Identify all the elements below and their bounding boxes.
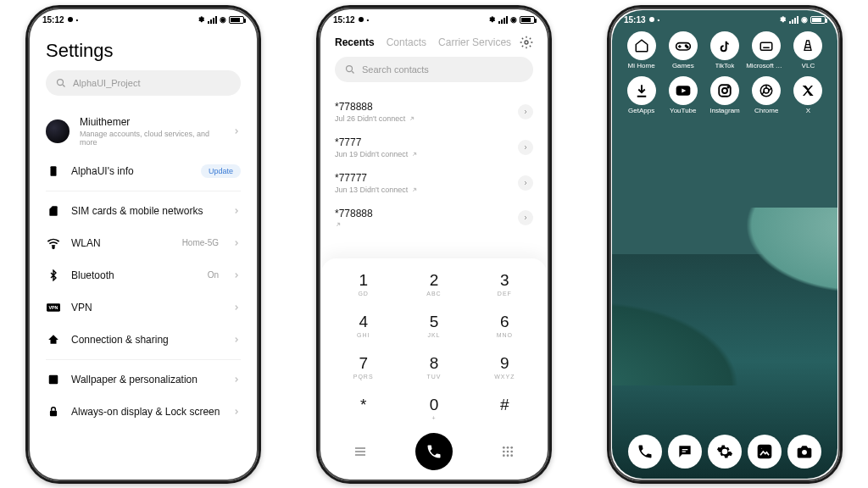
dial-key-1[interactable]: 1 GD	[328, 263, 398, 305]
app-label: Instagram	[709, 108, 740, 115]
wallpaper	[612, 208, 837, 385]
app-mi-home[interactable]: Mi Home	[620, 31, 662, 70]
info-row[interactable]: AlphaUI's info Update	[46, 155, 241, 187]
svg-point-20	[687, 46, 688, 47]
dial-key-#[interactable]: #	[470, 388, 540, 430]
outgoing-icon	[411, 151, 418, 158]
settings-icon[interactable]	[520, 36, 533, 49]
status-bar: 15:13• ✽◉	[612, 10, 837, 26]
phone-dialer: 15:12• ✽◉ Recents Contacts Carrier Servi…	[316, 5, 552, 484]
detail-button[interactable]	[518, 104, 533, 119]
app-label: Games	[672, 63, 694, 70]
settings-row[interactable]: SIM cards & mobile networks	[46, 195, 241, 227]
app-tiktok[interactable]: TikTok	[704, 31, 745, 70]
app-microsoft-swiftkey-[interactable]: Microsoft SwiftKey ...	[746, 31, 787, 70]
call-meta	[335, 221, 533, 228]
divider	[46, 191, 241, 191]
detail-button[interactable]	[518, 140, 533, 155]
share-icon	[46, 332, 61, 347]
app-chrome[interactable]: Chrome	[746, 76, 787, 115]
dial-key-*[interactable]: *	[328, 388, 398, 430]
settings-label: Connection & sharing	[71, 334, 222, 346]
tiktok-icon	[710, 31, 739, 60]
dock-camera-icon[interactable]	[787, 435, 821, 469]
svg-text:VPN: VPN	[49, 305, 58, 310]
settings-label: Bluetooth	[71, 269, 198, 281]
settings-label: VPN	[71, 302, 222, 313]
app-youtube[interactable]: YouTube	[662, 76, 704, 115]
search-input[interactable]: AlphaUI_Project	[46, 70, 241, 96]
settings-row[interactable]: WLAN Home-5G	[46, 227, 241, 259]
update-badge: Update	[201, 164, 241, 178]
wifi-status-icon: ◉	[220, 15, 226, 24]
page-title: Settings	[46, 40, 241, 62]
call-row[interactable]: *77777 Jun 13 Didn't connect	[335, 165, 533, 201]
account-sub: Manage accounts, cloud services, and mor…	[80, 130, 222, 147]
account-name: Miuithemer	[80, 116, 222, 128]
status-bar: 15:12• ✽◉	[321, 10, 547, 26]
settings-row[interactable]: Bluetooth On	[46, 259, 241, 291]
camera-notch	[68, 17, 73, 22]
dial-key-9[interactable]: 9 WXYZ	[470, 347, 540, 388]
call-row[interactable]: *778888	[335, 201, 533, 235]
svg-rect-1	[51, 166, 57, 176]
call-row[interactable]: *778888 Jul 26 Didn't connect	[335, 94, 533, 130]
call-row[interactable]: *7777 Jun 19 Didn't connect	[335, 130, 533, 165]
dial-key-6[interactable]: 6 MNO	[470, 305, 540, 347]
chevron-right-icon	[232, 271, 241, 280]
svg-point-27	[764, 88, 769, 93]
dock-messages-icon[interactable]	[668, 435, 702, 469]
svg-point-15	[503, 454, 505, 457]
account-row[interactable]: Miuithemer Manage accounts, cloud servic…	[46, 108, 241, 155]
call-button[interactable]	[415, 433, 453, 470]
svg-point-14	[510, 450, 513, 452]
vpn-icon: VPN	[46, 300, 61, 315]
divider	[46, 359, 241, 360]
settings-row[interactable]: Always-on display & Lock screen	[46, 396, 241, 428]
bluetooth-icon	[46, 268, 61, 283]
keypad-grid-icon[interactable]	[501, 445, 515, 458]
more-icon[interactable]	[353, 445, 367, 458]
tab-contacts[interactable]: Contacts	[387, 36, 426, 48]
clock: 15:12	[333, 15, 355, 25]
dial-key-0[interactable]: 0 +	[398, 388, 469, 430]
dial-key-3[interactable]: 3 DEF	[470, 263, 540, 305]
svg-point-30	[802, 449, 807, 454]
app-x[interactable]: X	[787, 76, 829, 115]
dock-settings-icon[interactable]	[708, 435, 742, 469]
svg-point-2	[53, 247, 54, 248]
avatar	[46, 119, 70, 143]
dial-key-2[interactable]: 2 ABC	[398, 263, 469, 305]
chevron-right-icon	[232, 239, 241, 247]
app-games[interactable]: Games	[662, 31, 704, 70]
chevron-right-icon	[232, 375, 241, 384]
svg-point-29	[760, 447, 763, 450]
dock-phone-icon[interactable]	[628, 435, 662, 469]
battery-icon	[229, 16, 244, 24]
outgoing-icon	[409, 115, 415, 122]
svg-point-9	[503, 446, 505, 449]
dial-key-5[interactable]: 5 JKL	[398, 305, 469, 347]
app-getapps[interactable]: GetApps	[620, 76, 662, 115]
svg-point-24	[722, 88, 727, 93]
dialpad: 1 GD 2 ABC 3 DEF 4 GHI 5 JKL 6 MNO 7 PQR…	[321, 258, 547, 479]
dial-key-7[interactable]: 7 PQRS	[328, 347, 398, 388]
settings-row[interactable]: VPN VPN	[46, 291, 241, 324]
app-label: Chrome	[754, 108, 778, 115]
dial-key-4[interactable]: 4 GHI	[328, 305, 398, 347]
settings-row[interactable]: Connection & sharing	[46, 324, 241, 356]
app-instagram[interactable]: Instagram	[704, 76, 745, 115]
x-icon	[793, 76, 822, 105]
tab-recents[interactable]: Recents	[335, 36, 375, 48]
tabs: Recents Contacts Carrier Services	[335, 36, 533, 48]
detail-button[interactable]	[518, 210, 533, 225]
settings-row[interactable]: Wallpaper & personalization	[46, 363, 241, 396]
svg-point-7	[525, 41, 528, 44]
detail-button[interactable]	[518, 175, 533, 191]
app-vlc[interactable]: VLC	[787, 31, 829, 70]
tab-carrier[interactable]: Carrier Services	[438, 36, 511, 48]
search-contacts-input[interactable]: Search contacts	[335, 57, 533, 82]
dial-key-8[interactable]: 8 TUV	[398, 347, 469, 388]
dock-gallery-icon[interactable]	[748, 435, 782, 469]
app-label: GetApps	[628, 108, 654, 115]
